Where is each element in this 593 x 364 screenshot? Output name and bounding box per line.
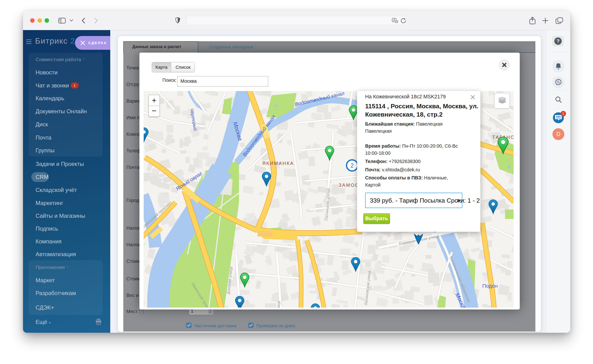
svg-text:ЯКИМАНКА: ЯКИМАНКА [262, 161, 294, 166]
svg-text:文: 文 [395, 20, 398, 23]
svg-text:2: 2 [350, 162, 354, 169]
svg-text:Подон: Подон [482, 283, 498, 289]
